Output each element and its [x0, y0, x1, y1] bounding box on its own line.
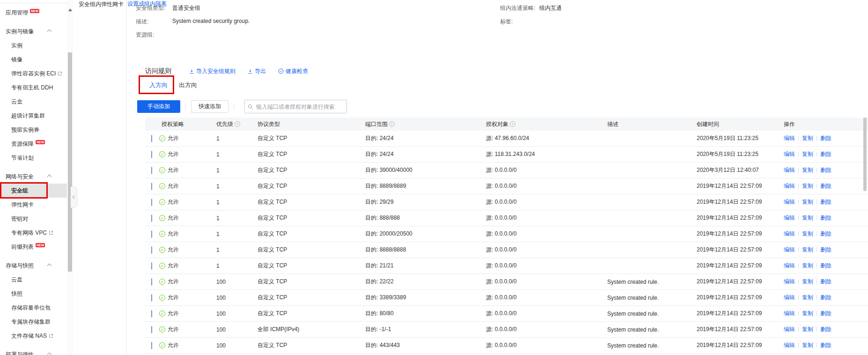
- sidebar-item[interactable]: 超级计算集群: [0, 109, 67, 123]
- copy-link[interactable]: 复制: [802, 199, 813, 205]
- copy-link[interactable]: 复制: [802, 135, 813, 141]
- row-checkbox[interactable]: [151, 135, 152, 142]
- copy-link[interactable]: 复制: [802, 214, 813, 221]
- delete-link[interactable]: 删除: [820, 342, 831, 348]
- delete-link[interactable]: 删除: [820, 230, 831, 237]
- row-checkbox[interactable]: [151, 167, 152, 174]
- copy-link[interactable]: 复制: [802, 326, 813, 333]
- copy-link[interactable]: 复制: [802, 310, 813, 317]
- copy-link[interactable]: 复制: [802, 294, 813, 301]
- sidebar-item[interactable]: 存储容量单位包: [0, 301, 67, 315]
- sidebar-item[interactable]: 实例: [0, 38, 67, 52]
- row-checkbox[interactable]: [151, 151, 152, 158]
- info-icon[interactable]: i: [235, 121, 240, 127]
- sidebar-collapse-handle[interactable]: [71, 186, 77, 208]
- delete-link[interactable]: 删除: [820, 262, 831, 269]
- sidebar-item[interactable]: 实例与镜像: [0, 24, 67, 38]
- row-checkbox[interactable]: [151, 294, 152, 302]
- edit-link[interactable]: 编辑: [784, 199, 795, 205]
- copy-link[interactable]: 复制: [802, 167, 813, 173]
- sidebar-item[interactable]: 云盒: [0, 95, 67, 109]
- row-checkbox[interactable]: [151, 199, 152, 206]
- delete-link[interactable]: 删除: [820, 294, 831, 301]
- delete-link[interactable]: 删除: [820, 167, 831, 173]
- edit-link[interactable]: 编辑: [784, 294, 795, 301]
- secondary-item-eni[interactable]: 安全组内弹性网卡: [74, 0, 126, 8]
- edit-link[interactable]: 编辑: [784, 262, 795, 269]
- delete-link[interactable]: 删除: [820, 151, 831, 157]
- sidebar-scrollbar[interactable]: [67, 0, 73, 355]
- allow-check-icon: ✓: [159, 231, 165, 237]
- copy-link[interactable]: 复制: [802, 151, 813, 157]
- delete-link[interactable]: 删除: [820, 246, 831, 253]
- tab-inbound[interactable]: 入方向: [145, 79, 172, 94]
- edit-link[interactable]: 编辑: [784, 214, 795, 221]
- info-icon[interactable]: i: [389, 121, 395, 127]
- sidebar-item[interactable]: 镜像: [0, 52, 67, 67]
- cell-policy: ✓ 允许: [159, 230, 214, 238]
- info-icon[interactable]: i: [510, 121, 515, 127]
- row-checkbox[interactable]: [151, 262, 152, 270]
- export-link[interactable]: 导出: [248, 67, 266, 75]
- edit-link[interactable]: 编辑: [784, 278, 795, 285]
- delete-link[interactable]: 删除: [820, 278, 831, 285]
- row-checkbox[interactable]: [151, 326, 152, 333]
- sidebar-item[interactable]: 预留实例券: [0, 123, 67, 137]
- delete-link[interactable]: 删除: [820, 326, 831, 333]
- sidebar-item[interactable]: 前缀列表 NEW: [0, 240, 67, 254]
- table-scrollbar-thumb[interactable]: [863, 118, 867, 191]
- tab-outbound[interactable]: 出方向: [175, 79, 201, 94]
- sidebar-item[interactable]: 存储与快照: [0, 259, 67, 273]
- edit-link[interactable]: 编辑: [784, 183, 795, 189]
- delete-link[interactable]: 删除: [820, 310, 831, 317]
- row-checkbox[interactable]: [151, 183, 152, 190]
- delete-link[interactable]: 删除: [820, 199, 831, 205]
- sidebar-item[interactable]: 弹性网卡: [0, 198, 67, 212]
- sidebar-item[interactable]: 网络与安全: [0, 170, 67, 184]
- edit-link[interactable]: 编辑: [784, 151, 795, 157]
- copy-link[interactable]: 复制: [802, 230, 813, 237]
- edit-link[interactable]: 编辑: [784, 310, 795, 317]
- quick-add-button[interactable]: 快速添加: [191, 100, 228, 113]
- delete-link[interactable]: 删除: [820, 135, 831, 141]
- import-rules-link[interactable]: 导入安全组规则: [189, 67, 235, 75]
- delete-link[interactable]: 删除: [820, 214, 831, 221]
- sidebar-item[interactable]: 云盘: [0, 273, 67, 287]
- row-checkbox[interactable]: [151, 278, 152, 286]
- sidebar-item[interactable]: 部署与弹性: [0, 348, 67, 355]
- health-check-link[interactable]: 健康检查: [278, 67, 308, 75]
- sidebar-item[interactable]: 文件存储 NAS: [0, 329, 67, 343]
- sidebar-item[interactable]: 安全组: [0, 184, 67, 198]
- row-checkbox[interactable]: [151, 230, 152, 238]
- sidebar-item[interactable]: 资源保障 NEW: [0, 137, 67, 151]
- edit-link[interactable]: 编辑: [784, 230, 795, 237]
- delete-link[interactable]: 删除: [820, 183, 831, 189]
- row-checkbox[interactable]: [151, 214, 152, 222]
- edit-link[interactable]: 编辑: [784, 135, 795, 141]
- sidebar-item[interactable]: 弹性容器实例 ECI: [0, 67, 67, 81]
- copy-link[interactable]: 复制: [802, 262, 813, 269]
- copy-link[interactable]: 复制: [802, 246, 813, 253]
- sidebar-scrollbar-thumb[interactable]: [68, 52, 72, 272]
- row-checkbox[interactable]: [151, 246, 152, 254]
- sidebar-item[interactable]: 专有网络 VPC: [0, 226, 67, 240]
- copy-link[interactable]: 复制: [802, 278, 813, 285]
- row-checkbox[interactable]: [151, 310, 152, 318]
- copy-link[interactable]: 复制: [802, 342, 813, 348]
- edit-link[interactable]: 编辑: [784, 246, 795, 253]
- edit-link[interactable]: 编辑: [784, 167, 795, 173]
- manual-add-button[interactable]: 手动添加: [137, 100, 180, 113]
- sidebar-item[interactable]: 应用管理 NEW: [0, 6, 67, 20]
- edit-link[interactable]: 编辑: [784, 342, 795, 348]
- sidebar-item[interactable]: 节省计划: [0, 151, 67, 165]
- row-checkbox[interactable]: [151, 342, 152, 349]
- sidebar-item[interactable]: 专属块存储集群: [0, 315, 67, 329]
- sidebar-item[interactable]: 密钥对: [0, 212, 67, 226]
- cell-created: 2019年12月14日 22:57:09: [697, 341, 784, 349]
- sidebar-item[interactable]: 快照: [0, 287, 67, 301]
- scroll-up-arrow-icon[interactable]: [68, 8, 72, 11]
- copy-link[interactable]: 复制: [802, 183, 813, 189]
- edit-link[interactable]: 编辑: [784, 326, 795, 333]
- sidebar-item[interactable]: 专有宿主机 DDH: [0, 81, 67, 95]
- search-input[interactable]: [244, 100, 347, 113]
